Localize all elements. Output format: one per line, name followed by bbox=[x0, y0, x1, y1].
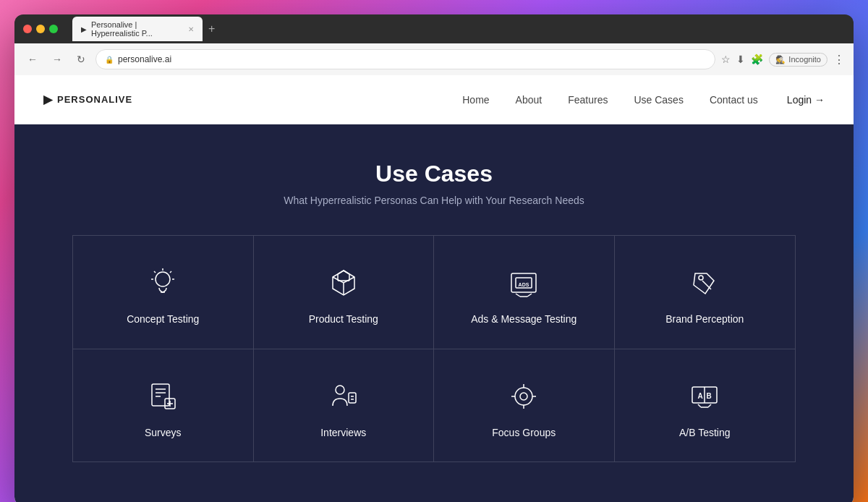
card-label-surveys: Surveys bbox=[145, 426, 182, 441]
page-subtitle: What Hyperrealistic Personas Can Help wi… bbox=[14, 195, 854, 206]
browser-titlebar: ▶ Personalive | Hyperrealistic P... ✕ + bbox=[14, 14, 854, 43]
ab-icon: A B bbox=[686, 378, 723, 414]
tag-icon bbox=[686, 265, 723, 301]
card-brand-perception[interactable]: Brand Perception bbox=[615, 236, 796, 349]
box-icon bbox=[326, 265, 362, 301]
ads-icon: ADS bbox=[506, 265, 542, 301]
card-surveys[interactable]: Surveys bbox=[73, 349, 254, 462]
card-interviews[interactable]: Interviews bbox=[254, 349, 435, 462]
browser-addressbar: ← → ↻ 🔒 personalive.ai ☆ ⬇ 🧩 🕵 Incognito… bbox=[14, 43, 854, 75]
traffic-lights bbox=[23, 25, 58, 33]
toolbar-right: ☆ ⬇ 🧩 🕵 Incognito ⋮ bbox=[721, 53, 845, 67]
tab-bar: ▶ Personalive | Hyperrealistic P... ✕ + bbox=[72, 17, 219, 41]
card-label-focus: Focus Groups bbox=[492, 426, 556, 441]
nav-features[interactable]: Features bbox=[568, 94, 608, 106]
back-button[interactable]: ← bbox=[23, 51, 42, 68]
svg-line-41 bbox=[698, 404, 701, 407]
active-tab[interactable]: ▶ Personalive | Hyperrealistic P... ✕ bbox=[72, 17, 203, 41]
svg-point-31 bbox=[515, 388, 532, 405]
nav-contact[interactable]: Contact us bbox=[710, 94, 758, 106]
use-cases-grid: Concept Testing bbox=[72, 235, 796, 462]
card-concept-testing[interactable]: Concept Testing bbox=[73, 236, 254, 349]
logo: ▶ PERSONALIVE bbox=[43, 93, 132, 106]
nav-home[interactable]: Home bbox=[462, 94, 489, 106]
reload-button[interactable]: ↻ bbox=[72, 51, 90, 68]
svg-point-32 bbox=[520, 393, 527, 400]
card-label-ab: A/B Testing bbox=[679, 426, 731, 441]
incognito-badge: 🕵 Incognito bbox=[769, 53, 827, 67]
interview-icon bbox=[326, 378, 362, 414]
svg-line-4 bbox=[154, 271, 156, 273]
tab-title: Personalive | Hyperrealistic P... bbox=[91, 20, 181, 38]
logo-text: PERSONALIVE bbox=[57, 94, 132, 105]
download-icon[interactable]: ⬇ bbox=[736, 54, 745, 65]
svg-line-42 bbox=[708, 404, 711, 407]
svg-rect-28 bbox=[349, 393, 356, 403]
bookmark-icon[interactable]: ☆ bbox=[721, 54, 731, 65]
card-focus-groups[interactable]: Focus Groups bbox=[434, 349, 615, 462]
svg-line-19 bbox=[702, 281, 711, 289]
card-label-brand: Brand Perception bbox=[665, 312, 744, 327]
svg-line-15 bbox=[516, 294, 520, 297]
card-label-product: Product Testing bbox=[309, 312, 378, 327]
nav-about[interactable]: About bbox=[516, 94, 542, 106]
svg-point-27 bbox=[336, 386, 344, 394]
svg-point-18 bbox=[699, 276, 703, 280]
svg-line-3 bbox=[170, 271, 171, 273]
svg-line-16 bbox=[527, 294, 532, 297]
lightbulb-icon bbox=[145, 265, 181, 301]
forward-button[interactable]: → bbox=[48, 51, 67, 68]
svg-text:B: B bbox=[707, 392, 712, 400]
card-product-testing[interactable]: Product Testing bbox=[254, 236, 435, 349]
extension-icon[interactable]: 🧩 bbox=[751, 54, 763, 65]
focus-icon bbox=[506, 378, 542, 414]
nav-use-cases[interactable]: Use Cases bbox=[634, 94, 683, 106]
website-content: ▶ PERSONALIVE Home About Features Use Ca… bbox=[14, 75, 854, 502]
tab-favicon: ▶ bbox=[81, 25, 87, 33]
lock-icon: 🔒 bbox=[105, 56, 114, 64]
url-text: personalive.ai bbox=[118, 54, 706, 64]
nav-links: Home About Features Use Cases Contact us bbox=[462, 93, 758, 106]
svg-rect-20 bbox=[152, 384, 169, 406]
svg-point-0 bbox=[156, 272, 170, 286]
minimize-button[interactable] bbox=[36, 25, 45, 33]
page-title: Use Cases bbox=[14, 161, 854, 187]
main-content: Use Cases What Hyperrealistic Personas C… bbox=[14, 124, 854, 502]
tab-close-icon[interactable]: ✕ bbox=[188, 25, 194, 33]
login-button[interactable]: Login → bbox=[787, 94, 825, 106]
incognito-label: Incognito bbox=[788, 55, 821, 64]
incognito-icon: 🕵 bbox=[775, 55, 786, 64]
site-nav: ▶ PERSONALIVE Home About Features Use Ca… bbox=[14, 75, 854, 124]
more-menu-button[interactable]: ⋮ bbox=[833, 53, 845, 67]
new-tab-button[interactable]: + bbox=[204, 22, 219, 35]
maximize-button[interactable] bbox=[49, 25, 58, 33]
close-button[interactable] bbox=[23, 25, 32, 33]
card-ads-testing[interactable]: ADS Ads & Message Testing bbox=[434, 236, 615, 349]
address-bar[interactable]: 🔒 personalive.ai bbox=[95, 49, 715, 69]
card-label-concept: Concept Testing bbox=[127, 312, 199, 327]
svg-text:ADS: ADS bbox=[519, 282, 529, 287]
browser-window: ▶ Personalive | Hyperrealistic P... ✕ + … bbox=[14, 14, 854, 502]
svg-text:A: A bbox=[698, 392, 703, 400]
logo-icon: ▶ bbox=[43, 93, 53, 106]
survey-icon bbox=[145, 378, 181, 414]
card-label-ads: Ads & Message Testing bbox=[471, 312, 576, 327]
card-ab-testing[interactable]: A B A/B Testing bbox=[615, 349, 796, 462]
card-label-interviews: Interviews bbox=[320, 426, 366, 441]
